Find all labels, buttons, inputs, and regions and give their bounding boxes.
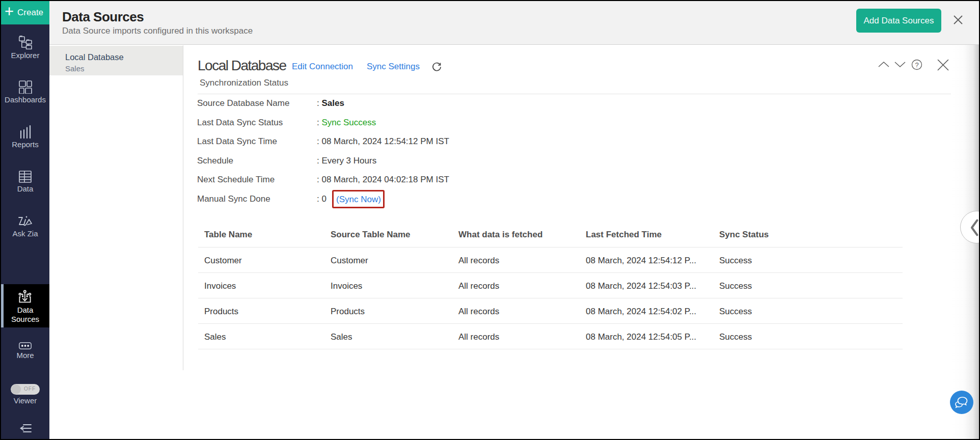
- svg-text:?: ?: [915, 61, 918, 69]
